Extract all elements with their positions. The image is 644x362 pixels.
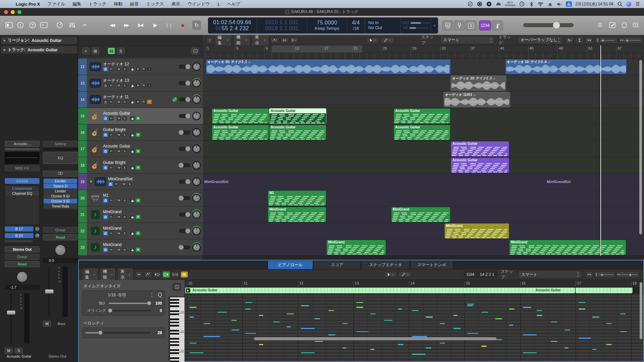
power-button[interactable] (103, 83, 108, 88)
midi-note[interactable] (579, 308, 586, 310)
editors-icon[interactable]: ✂ (80, 20, 89, 30)
midi-note[interactable] (551, 321, 558, 323)
group-slot[interactable]: Group (5, 254, 40, 260)
midi-note[interactable] (481, 346, 487, 347)
track-pan-knob[interactable] (192, 243, 201, 252)
inspector-toggle-icon[interactable]: i (16, 20, 25, 30)
audio-fx-slot[interactable]: Tonal Bala (44, 204, 77, 208)
solo-button[interactable]: S (127, 182, 132, 186)
midi-note[interactable] (315, 318, 320, 319)
menu-item-1[interactable]: ファイル (44, 1, 69, 7)
channel-setting-button[interactable]: Acoustic... (5, 141, 40, 147)
scroll-in-play-icon[interactable] (171, 271, 179, 278)
region-Acoustic-Guitar-6[interactable]: Acoustic Guitar (393, 108, 450, 124)
region-MiniGrand-16[interactable]: MiniGrand (326, 240, 386, 255)
arrange-ruler[interactable]: 159131721252933374145495357 (203, 45, 644, 59)
piano-roll-horizontal-scrollbar[interactable] (254, 337, 496, 340)
view-menu[interactable]: 表示∨ (117, 268, 133, 281)
freeze-button[interactable]: ❄ (136, 247, 141, 252)
track-name[interactable]: オーディオ 12 (103, 62, 177, 66)
lock-button[interactable] (130, 198, 135, 203)
midi-note[interactable] (509, 308, 515, 310)
track-on-off-slider[interactable] (179, 229, 190, 233)
duplicate-track-button[interactable]: ⊞ (92, 48, 99, 54)
cloud-icon[interactable] (495, 1, 501, 7)
flex-icon[interactable] (280, 37, 289, 44)
lock-button[interactable] (130, 67, 135, 71)
piano-roll-note-grid[interactable] (185, 294, 643, 361)
record-enable-button[interactable]: R (141, 100, 146, 104)
midi-note[interactable] (579, 338, 591, 339)
lock-button[interactable] (130, 165, 135, 170)
freeze-button[interactable]: ❄ (136, 83, 141, 88)
master-volume-slider[interactable] (523, 23, 574, 27)
track-on-off-slider[interactable] (179, 130, 190, 134)
automation-icon[interactable] (271, 37, 279, 44)
freeze-button[interactable]: ❄ (136, 231, 141, 236)
mute-button[interactable]: M (121, 182, 126, 186)
midi-note[interactable] (384, 320, 392, 321)
track-pan-knob[interactable] (192, 79, 201, 87)
siri-icon[interactable] (626, 2, 631, 7)
piano-roll-region-strip[interactable]: ▶Acoustic GuitarAcoustic Guitar (185, 288, 643, 294)
track-row-21[interactable]: 21♪MiniGrandHMS❄ (78, 206, 203, 223)
track-row-16[interactable]: 16Guitar BrightHMS❄ (78, 124, 203, 141)
track-name[interactable]: M1 (103, 193, 177, 198)
notepad-icon[interactable] (608, 20, 616, 30)
gain-slot[interactable] (43, 148, 78, 150)
backup-icon[interactable] (486, 1, 492, 7)
midi-note[interactable] (356, 302, 363, 303)
mixer-icon[interactable] (68, 20, 76, 30)
piano-roll-vertical-scrollbar[interactable] (640, 282, 642, 339)
menu-item-0[interactable]: Logic Pro X (12, 2, 44, 7)
midi-draw-icon[interactable] (144, 271, 152, 278)
volume-icon[interactable] (556, 1, 562, 7)
hide-button[interactable]: H (109, 165, 114, 170)
creative-cloud-icon[interactable] (477, 1, 483, 7)
lcd-performance[interactable]: CPU HD (401, 17, 431, 34)
track-row-14[interactable]: 14オーディオ 11HMS❄RI (78, 92, 203, 108)
arrange-lane-22[interactable] (203, 223, 644, 239)
region-Acoustic-Guitar-4[interactable]: Acoustic Guitar (212, 108, 269, 124)
smart-controls-icon[interactable] (55, 20, 64, 30)
pan-knob[interactable] (16, 270, 29, 283)
midi-note[interactable] (606, 344, 612, 345)
midi-note[interactable] (328, 334, 335, 336)
mute-button[interactable]: M (116, 247, 121, 252)
horizontal-zoom-slider[interactable] (616, 271, 639, 278)
midi-note[interactable] (579, 302, 586, 303)
add-track-button[interactable]: + (82, 48, 90, 54)
track-name[interactable]: オーディオ 13 (103, 78, 177, 83)
power-button[interactable] (103, 198, 108, 203)
menu-item-10[interactable]: ヘルプ (223, 1, 244, 7)
tuner-button[interactable] (454, 20, 465, 31)
midi-note[interactable] (217, 312, 227, 313)
master-bypass-button[interactable] (442, 20, 453, 31)
solo-tracks-button[interactable]: S (117, 48, 124, 54)
track-name[interactable]: Acoustic Guitar (103, 111, 177, 116)
arrange-vertical-scrollbar[interactable] (639, 60, 642, 234)
forward-button[interactable]: ▶▶ (122, 20, 130, 30)
track-pan-knob[interactable] (192, 177, 201, 186)
hide-button[interactable]: H (109, 132, 114, 137)
midi-note[interactable] (495, 318, 502, 319)
midi-note[interactable] (245, 308, 251, 310)
waveform-zoom-icon[interactable] (566, 37, 574, 44)
audio-fx-slot[interactable]: Ozone 8 El (44, 194, 77, 198)
arrange-lane-18[interactable] (203, 157, 644, 174)
menu-item-2[interactable]: 編集 (69, 1, 85, 7)
track-on-off-slider[interactable] (179, 65, 190, 69)
power-button[interactable] (103, 116, 108, 121)
hide-button[interactable]: H (109, 149, 114, 154)
pointer-tool[interactable]: ∨ (366, 37, 379, 43)
region-MiniGrand-14[interactable]: MiniGrand (391, 207, 450, 222)
quantize-apply-button[interactable]: Q (155, 292, 162, 298)
track-row-18[interactable]: 18Guitar BrightHMS❄ (78, 157, 203, 174)
track-header-config-button[interactable] (192, 48, 199, 54)
send-knob[interactable] (35, 233, 40, 238)
spotlight-search-icon[interactable] (617, 1, 623, 7)
menu-item-3[interactable]: トラック (85, 1, 110, 7)
stop-button[interactable]: ▮◀ (136, 20, 145, 30)
count-in-button[interactable]: 1234 (479, 20, 491, 31)
region-オーディオ-10:-テイク2-.4-1[interactable]: オーディオ 10: テイク2 .4○ (505, 59, 627, 74)
